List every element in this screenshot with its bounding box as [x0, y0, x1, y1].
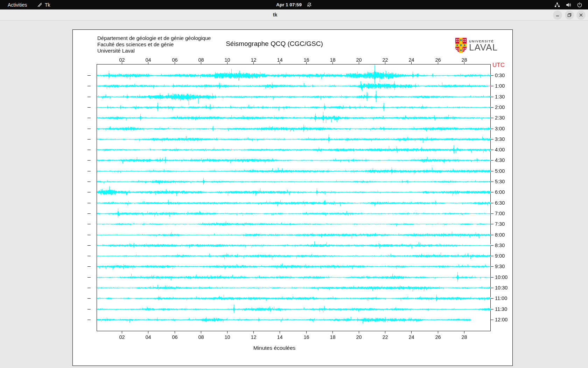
utc-time-label: 11:00	[495, 295, 507, 301]
utc-time-label: 4:00	[495, 147, 505, 152]
x-tick-label-top: 22	[380, 57, 391, 63]
header-line-3: Université Laval	[97, 48, 211, 54]
x-tick-label-bottom: 14	[275, 334, 285, 340]
x-tick-label-top: 06	[170, 57, 180, 63]
utc-time-label: 10:30	[495, 285, 507, 291]
x-tick-label-top: 02	[117, 57, 127, 63]
utc-time-label: 6:00	[495, 189, 505, 195]
x-tick-label-bottom: 02	[117, 334, 127, 340]
utc-time-label: 4:30	[495, 157, 505, 163]
utc-time-label: 1:30	[495, 94, 505, 100]
x-tick-label-bottom: 22	[380, 334, 391, 340]
activities-button[interactable]: Activities	[6, 0, 28, 9]
laval-wordmark: UNIVERSITÉ LAVAL	[469, 39, 498, 52]
institution-header: Département de géologie et de génie géol…	[97, 35, 211, 54]
x-tick-label-top: 10	[222, 57, 233, 63]
maximize-button[interactable]	[565, 11, 574, 20]
x-tick-label-top: 14	[275, 57, 285, 63]
x-tick-label-top: 18	[328, 57, 338, 63]
x-tick-label-bottom: 28	[459, 334, 470, 340]
utc-time-label: 8:00	[495, 232, 505, 238]
gnome-top-bar: Activities Tk Apr 1 07:59	[0, 0, 588, 9]
x-tick-label-bottom: 20	[354, 334, 364, 340]
utc-time-label: 8:30	[495, 243, 505, 248]
chart-title: Séismographe QCQ (CGC/GSC)	[226, 40, 323, 48]
system-status-area[interactable]	[554, 0, 582, 9]
x-tick-label-bottom: 16	[301, 334, 312, 340]
utc-time-label: 9:00	[495, 253, 505, 259]
header-line-1: Département de géologie et de génie géol…	[97, 35, 211, 41]
seismograph-panel: Département de géologie et de génie géol…	[72, 29, 513, 366]
laval-shield-icon	[455, 38, 467, 55]
x-tick-label-top: 04	[143, 57, 154, 63]
utc-time-label: 10:00	[495, 274, 507, 280]
network-wired-icon	[554, 2, 560, 8]
x-tick-label-bottom: 06	[170, 334, 180, 340]
utc-time-label: 6:30	[495, 200, 505, 206]
x-tick-label-bottom: 10	[222, 334, 233, 340]
power-icon	[577, 2, 582, 8]
universite-laval-logo: UNIVERSITÉ LAVAL	[455, 38, 498, 55]
x-tick-label-top: 26	[433, 57, 443, 63]
close-button[interactable]	[576, 11, 586, 20]
x-tick-label-top: 24	[406, 57, 417, 63]
x-tick-label-bottom: 12	[248, 334, 259, 340]
utc-time-label: 3:00	[495, 126, 505, 131]
utc-time-label: 2:00	[495, 104, 505, 110]
utc-time-label: 12:00	[495, 317, 507, 322]
x-tick-label-bottom: 26	[433, 334, 443, 340]
x-axis-title: Minutes écoulées	[253, 345, 296, 351]
logo-laval-text: LAVAL	[469, 43, 498, 52]
utc-time-label: 7:00	[495, 211, 505, 216]
window-title: tk	[273, 12, 277, 18]
x-tick-label-top: 28	[459, 57, 470, 63]
tk-feather-icon	[37, 2, 42, 7]
focused-app-menu[interactable]: Tk	[37, 0, 50, 9]
utc-axis-label: UTC	[492, 62, 505, 69]
focused-app-name: Tk	[45, 2, 50, 8]
utc-time-label: 11:30	[495, 306, 507, 312]
utc-time-label: 7:30	[495, 221, 505, 227]
utc-time-label: 0:30	[495, 73, 505, 78]
seismogram-plot-canvas	[73, 30, 512, 366]
window-titlebar[interactable]: tk	[0, 9, 588, 21]
utc-time-label: 1:00	[495, 83, 505, 89]
x-tick-label-top: 16	[301, 57, 312, 63]
notifications-disabled-icon	[307, 2, 312, 7]
clock-text: Apr 1 07:59	[276, 2, 302, 7]
x-tick-label-top: 12	[248, 57, 259, 63]
x-tick-label-bottom: 24	[406, 334, 417, 340]
x-tick-label-top: 20	[354, 57, 364, 63]
utc-time-label: 9:30	[495, 264, 505, 269]
header-line-2: Faculté des sciences et de génie	[97, 41, 211, 48]
x-tick-label-bottom: 04	[143, 334, 154, 340]
utc-time-label: 2:30	[495, 115, 505, 121]
utc-time-label: 3:30	[495, 136, 505, 142]
clock-menu[interactable]: Apr 1 07:59	[276, 0, 312, 9]
activities-label: Activities	[8, 2, 27, 8]
x-tick-label-top: 08	[196, 57, 206, 63]
utc-time-label: 5:00	[495, 168, 505, 174]
x-tick-label-bottom: 08	[196, 334, 206, 340]
volume-icon	[566, 2, 571, 8]
minimize-button[interactable]	[553, 11, 562, 20]
utc-time-label: 5:30	[495, 179, 505, 184]
x-tick-label-bottom: 18	[328, 334, 338, 340]
